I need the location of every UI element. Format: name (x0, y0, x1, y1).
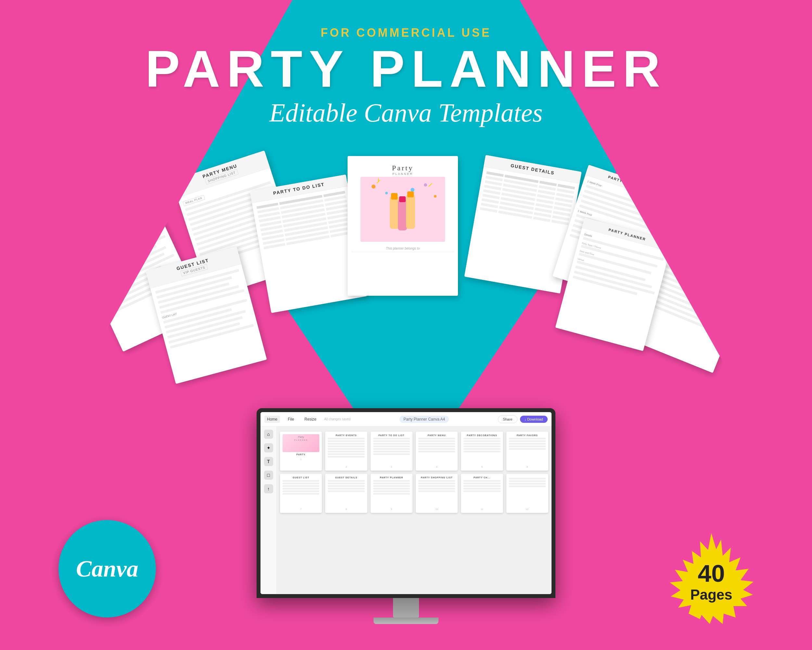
page-12-num: 12 (509, 508, 546, 510)
page-2-num: 2 (328, 466, 365, 468)
toolbar-file[interactable]: File (285, 416, 296, 423)
page-2-label: PARTY EVENTS (328, 434, 365, 436)
for-commercial-label: FOR COMMERCIAL USE (145, 26, 667, 40)
pages-badge: 40 Pages (662, 530, 760, 627)
header-section: FOR COMMERCIAL USE PARTY PLANNER Editabl… (145, 26, 667, 141)
monitor-container: Home File Resize All changes saved Party… (256, 408, 556, 624)
monitor-screen: Home File Resize All changes saved Party… (261, 412, 551, 594)
page-thumb-10[interactable]: PARTY SHOPPING LIST 10 (416, 474, 458, 513)
page-mini-image: PartyPLANNER (282, 434, 319, 452)
pages-row-1: PartyPLANNER Party 1 PARTY EVENTS (280, 431, 548, 471)
canva-badge-text: Canva (76, 555, 138, 583)
page-11-label: PARTY CH... (464, 476, 500, 479)
page-4-label: PARTY MENU (418, 434, 455, 436)
toolbar-right: Share ↓ Download (498, 415, 548, 423)
sidebar-icon-2[interactable]: ✦ (264, 443, 273, 453)
page-4-num: 4 (418, 466, 455, 468)
sidebar-icon-4[interactable]: □ (264, 471, 273, 480)
svg-text:40: 40 (698, 560, 725, 587)
canva-toolbar: Home File Resize All changes saved Party… (261, 412, 551, 427)
project-name: Party Planner Canva A4 (400, 416, 449, 423)
page-3-num: 3 (373, 466, 410, 468)
page-5-num: 5 (464, 466, 500, 468)
page-thumb-8[interactable]: GUEST DETAILS 8 (325, 474, 367, 513)
page-thumb-9[interactable]: PARTY PLANNER 9 (371, 474, 412, 513)
svg-text:Pages: Pages (690, 587, 733, 603)
share-button[interactable]: Share (498, 415, 517, 423)
page-8-label: GUEST DETAILS (328, 476, 365, 479)
page-10-label: PARTY SHOPPING LIST (418, 476, 455, 479)
sidebar-icon-5[interactable]: ↑ (264, 484, 273, 493)
page-10-num: 10 (418, 508, 455, 510)
sidebar-icon-3[interactable]: T (264, 457, 273, 466)
page-thumb-3[interactable]: PARTY TO DO LIST (371, 431, 412, 471)
sidebar-icon-1[interactable]: ⌂ (264, 430, 273, 439)
pages-row-2: GUEST LIST 7 (280, 474, 548, 513)
page-thumb-6[interactable]: PARTY FAVORS 6 (506, 431, 548, 471)
page-thumb-11[interactable]: PARTY CH... 11 (461, 474, 503, 513)
page-thumb-2[interactable]: PARTY EVENTS (325, 431, 367, 471)
page-7-label: GUEST LIST (282, 476, 319, 479)
toolbar-home[interactable]: Home (264, 416, 280, 423)
canva-left-sidebar: ⌂ ✦ T □ ↑ (261, 427, 277, 594)
monitor: Home File Resize All changes saved Party… (256, 408, 556, 598)
page-9-num: 9 (373, 508, 410, 510)
page-7-num: 7 (282, 508, 319, 510)
canva-badge: Canva (58, 520, 156, 618)
canva-pages-area: PartyPLANNER Party 1 PARTY EVENTS (277, 427, 551, 594)
toolbar-saved: All changes saved (324, 417, 351, 421)
page-5-label: PARTY DECORATIONS (464, 434, 500, 436)
page-thumb-4[interactable]: PARTY MENU 4 (416, 431, 458, 471)
toolbar-resize[interactable]: Resize (302, 416, 319, 423)
subtitle-label: Editable Canva Templates (145, 98, 667, 128)
page-1-num: 1 (282, 458, 319, 460)
page-title: PARTY PLANNER (145, 43, 667, 95)
page-3-label: PARTY TO DO LIST (373, 434, 410, 436)
page-thumb-5[interactable]: PARTY DECORATIONS 5 (461, 431, 503, 471)
download-button[interactable]: ↓ Download (520, 416, 548, 423)
page-6-num: 6 (509, 466, 546, 468)
page-6-label: PARTY FAVORS (509, 434, 546, 436)
page-thumb-1[interactable]: PartyPLANNER Party 1 (280, 431, 322, 471)
canva-content: ⌂ ✦ T □ ↑ PartyPLANNER (261, 427, 551, 594)
page-9-label: PARTY PLANNER (373, 476, 410, 479)
toolbar-center: Party Planner Canva A4 (356, 416, 493, 423)
page-1-label: Party (282, 453, 319, 456)
page-thumb-7[interactable]: GUEST LIST 7 (280, 474, 322, 513)
monitor-base (374, 618, 438, 624)
background: FOR COMMERCIAL USE PARTY PLANNER Editabl… (0, 0, 812, 650)
page-11-num: 11 (464, 508, 500, 510)
page-thumb-12[interactable]: 12 (506, 474, 548, 513)
monitor-stand (393, 598, 419, 618)
page-8-num: 8 (328, 508, 365, 510)
